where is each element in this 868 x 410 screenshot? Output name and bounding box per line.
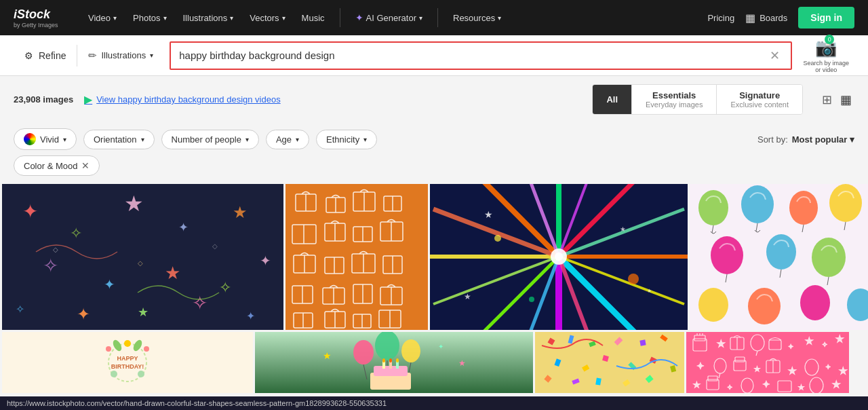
svg-text:✧: ✧ xyxy=(70,225,82,242)
brand-name: iStock xyxy=(14,7,68,22)
view-toggle: ⊞ ▦ xyxy=(819,90,854,110)
nav-item-video[interactable]: Video ▾ xyxy=(81,9,123,27)
refine-button[interactable]: ⚙ Refine xyxy=(14,45,77,67)
nav-item-ai-generator[interactable]: ✦ AI Generator ▾ xyxy=(349,8,429,27)
boards-icon: ▦ xyxy=(745,12,755,24)
image-search-button[interactable]: 📷 0 Search by imageor video xyxy=(797,37,854,73)
svg-text:◇: ◇ xyxy=(212,242,218,250)
svg-text:✦: ✦ xyxy=(788,343,793,350)
nav-item-photos[interactable]: Photos ▾ xyxy=(126,9,173,27)
search-input[interactable] xyxy=(179,50,767,61)
results-header: 23,908 images ▶ View happy birthday back… xyxy=(0,76,868,123)
ai-sparkle-icon: ✦ xyxy=(355,12,363,23)
nav-divider xyxy=(340,8,340,27)
image-result[interactable]: ★ ✦ ★ ✧ ★ ✦ xyxy=(686,332,849,393)
chevron-down-icon: ▾ xyxy=(850,134,854,145)
svg-point-92 xyxy=(766,234,796,269)
filter-vivid[interactable]: Vivid ▾ xyxy=(14,128,77,150)
list-view-button[interactable]: ▦ xyxy=(837,90,854,110)
svg-point-84 xyxy=(628,274,639,284)
svg-point-89 xyxy=(789,191,818,225)
top-navigation: iStock by Getty Images Video ▾ Photos ▾ … xyxy=(0,0,868,35)
svg-point-102 xyxy=(106,346,111,352)
svg-text:★: ★ xyxy=(805,335,814,346)
tab-all[interactable]: All xyxy=(593,85,632,114)
chevron-down-icon: ▾ xyxy=(63,136,66,143)
signin-button[interactable]: Sign in xyxy=(798,7,854,29)
svg-text:✧: ✧ xyxy=(822,341,827,348)
svg-text:✦: ✦ xyxy=(762,379,770,390)
chevron-down-icon: ▾ xyxy=(363,136,367,143)
svg-text:✦: ✦ xyxy=(77,305,90,323)
svg-text:★: ★ xyxy=(464,292,471,301)
clear-search-button[interactable]: ✕ xyxy=(767,48,783,63)
svg-text:✦: ✦ xyxy=(246,310,255,322)
svg-text:★: ★ xyxy=(832,379,841,390)
tab-signature[interactable]: Signature Exclusive content xyxy=(717,85,802,114)
chevron-down-icon: ▾ xyxy=(419,14,422,22)
svg-point-100 xyxy=(124,340,131,347)
filters-bar-row1: Vivid ▾ Orientation ▾ Number of people ▾… xyxy=(0,123,868,155)
svg-point-112 xyxy=(375,332,399,360)
image-result[interactable]: HAPPY BIRTHDAY! xyxy=(2,332,253,393)
chevron-down-icon: ▾ xyxy=(498,14,501,22)
boards-button[interactable]: ▦ Boards xyxy=(745,12,787,24)
svg-text:✦: ✦ xyxy=(438,343,443,350)
svg-point-94 xyxy=(698,288,728,322)
search-input-container: ✕ xyxy=(170,41,792,70)
nav-item-illustrations[interactable]: Illustrations ▾ xyxy=(176,9,241,27)
svg-text:✧: ✧ xyxy=(727,384,732,391)
chevron-down-icon: ▾ xyxy=(113,14,117,22)
nav-item-music[interactable]: Music xyxy=(295,9,332,27)
svg-text:★: ★ xyxy=(693,380,701,390)
svg-text:★: ★ xyxy=(458,358,466,368)
filter-age[interactable]: Age ▾ xyxy=(266,130,309,149)
content-type-tabs: All Essentials Everyday images Signature… xyxy=(592,84,803,115)
svg-point-90 xyxy=(829,184,862,222)
chevron-down-icon: ▾ xyxy=(163,14,167,22)
svg-point-91 xyxy=(711,236,743,274)
svg-text:✦: ✦ xyxy=(104,277,115,292)
search-type-selector[interactable]: ✏ Illustrations ▾ xyxy=(77,44,164,67)
svg-point-88 xyxy=(741,185,774,223)
grid-view-button[interactable]: ⊞ xyxy=(819,90,835,110)
svg-point-111 xyxy=(353,340,374,365)
sliders-icon: ⚙ xyxy=(24,50,33,61)
image-result[interactable] xyxy=(535,332,684,393)
svg-text:◇: ◇ xyxy=(138,259,143,267)
svg-text:✦: ✦ xyxy=(260,253,271,268)
tab-essentials[interactable]: Essentials Everyday images xyxy=(632,85,717,114)
logo[interactable]: iStock by Getty Images xyxy=(14,7,68,29)
nav-item-resources[interactable]: Resources ▾ xyxy=(446,9,508,27)
nav-item-vectors[interactable]: Vectors ▾ xyxy=(243,9,292,27)
chevron-down-icon: ▾ xyxy=(282,14,285,22)
svg-point-78 xyxy=(555,253,563,261)
pricing-link[interactable]: Pricing xyxy=(707,13,734,23)
video-results-link[interactable]: ▶ View happy birthday background design … xyxy=(84,93,281,106)
image-result[interactable]: ✦ ✧ ★ ✦ ★ ✧ ✦ ★ ✧ ✦ ✧ ✦ ★ ✧ ✦ ◇ ◇ ◇ xyxy=(2,184,283,330)
image-result[interactable]: ★ ★ ★ ★ xyxy=(430,184,688,330)
chevron-down-icon: ▾ xyxy=(230,14,233,22)
svg-text:✦: ✦ xyxy=(825,363,831,371)
svg-text:HAPPY: HAPPY xyxy=(117,355,138,362)
sort-select[interactable]: Most popular ▾ xyxy=(792,134,854,145)
svg-text:★: ★ xyxy=(233,204,248,221)
remove-filter-button[interactable]: ✕ xyxy=(81,160,90,171)
svg-point-124 xyxy=(396,358,399,362)
filter-orientation[interactable]: Orientation ▾ xyxy=(83,130,155,149)
filter-number-of-people[interactable]: Number of people ▾ xyxy=(161,130,259,149)
svg-point-96 xyxy=(800,285,830,320)
image-result[interactable] xyxy=(690,184,868,330)
results-count: 23,908 images xyxy=(14,94,73,105)
svg-text:★: ★ xyxy=(124,191,144,216)
nav-divider xyxy=(437,8,438,27)
svg-text:BIRTHDAY!: BIRTHDAY! xyxy=(111,363,144,370)
nav-right-actions: Pricing ▦ Boards Sign in xyxy=(707,7,854,29)
filter-ethnicity[interactable]: Ethnicity ▾ xyxy=(316,130,377,149)
svg-text:★: ★ xyxy=(835,333,844,344)
image-result[interactable]: ★ ★ ✦ xyxy=(255,332,533,393)
image-search-label: Search by imageor video xyxy=(803,60,849,73)
svg-point-104 xyxy=(138,371,144,377)
image-result[interactable] xyxy=(285,184,428,330)
chevron-down-icon: ▾ xyxy=(245,136,249,143)
